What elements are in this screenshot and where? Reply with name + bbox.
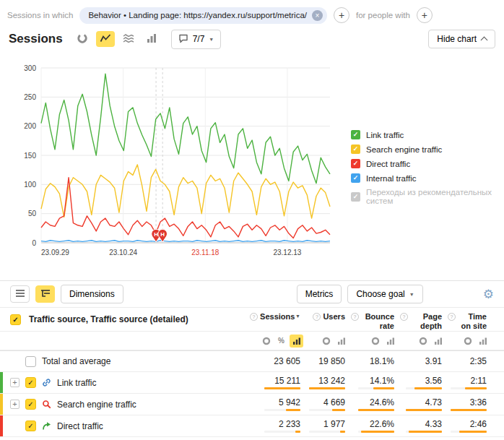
metric-value: 2:46: [470, 419, 487, 429]
column-header-time-on-site[interactable]: ?Time on site: [448, 308, 492, 331]
legend-checkbox[interactable]: ✓: [351, 159, 360, 168]
column-chart-icon: [147, 33, 157, 46]
table-header-row: ✓ Traffic source, Traffic source (detail…: [0, 307, 504, 332]
column-header-page-depth[interactable]: ?Page depth: [400, 308, 448, 331]
settings-gear-icon[interactable]: ⚙: [483, 288, 494, 301]
filter-chip-text: Behavior • Landing page: https://yandex.…: [88, 11, 307, 20]
report-table-section: Dimensions Metrics Choose goal ▼ ⚙ ✓ Tra…: [0, 280, 504, 437]
segments-dropdown[interactable]: 7/7 ▼: [171, 30, 222, 49]
legend-checkbox[interactable]: ✓: [351, 173, 360, 183]
legend-item[interactable]: ✓Переходы из рекомендательных систем: [351, 188, 504, 205]
bars-view-icon[interactable]: [383, 335, 397, 348]
legend-checkbox[interactable]: ✓: [351, 144, 360, 154]
value-bar: [358, 409, 394, 411]
value-bar: [358, 387, 394, 389]
metric-info-icon: ?: [250, 313, 258, 321]
segments-count-label: 7/7: [193, 34, 205, 44]
pie-view-icon[interactable]: [259, 335, 273, 348]
legend-item[interactable]: ✓Direct traffic: [351, 159, 504, 168]
row-name-cell: Total and average: [0, 351, 256, 371]
group-header-label: Traffic source, Traffic source (detailed…: [29, 314, 188, 324]
value-bar: [309, 431, 345, 433]
pie-view-icon[interactable]: [416, 335, 430, 348]
svg-text:300: 300: [24, 64, 36, 72]
row-name-cell: +✓Link traffic: [0, 372, 256, 393]
pie-view-icon[interactable]: [461, 335, 474, 348]
bars-view-icon[interactable]: [290, 335, 303, 348]
table-row[interactable]: Total and average23 60519 85018.1%3.912:…: [0, 350, 504, 372]
row-name-cell: ✓Direct traffic: [0, 415, 256, 436]
add-session-filter-button[interactable]: +: [334, 7, 349, 23]
legend-checkbox[interactable]: ✓: [351, 130, 360, 139]
metric-value: 23 605: [274, 356, 300, 366]
pie-view-icon[interactable]: [368, 335, 382, 348]
row-checkbox[interactable]: ✓: [25, 420, 36, 431]
choose-goal-button[interactable]: Choose goal ▼: [347, 285, 422, 303]
metrics-button[interactable]: Metrics: [297, 285, 342, 303]
table-subheader-row: %: [0, 332, 504, 350]
hide-chart-button[interactable]: Hide chart: [428, 30, 495, 48]
tree-view-button[interactable]: [35, 285, 55, 303]
traffic-sources-chart[interactable]: 05010015020025030023.09.2923.10.2423.11.…: [10, 62, 342, 259]
column-header-users[interactable]: ?Users: [306, 308, 351, 331]
metric-value: 15 211: [274, 376, 300, 386]
add-people-filter-button[interactable]: +: [417, 7, 433, 23]
column-label: Page depth: [410, 312, 442, 331]
legend-label: Search engine traffic: [366, 145, 442, 154]
chevron-up-icon: [481, 37, 488, 44]
row-label: Direct traffic: [57, 421, 103, 431]
expand-button[interactable]: +: [10, 400, 19, 409]
value-bar: [451, 387, 487, 389]
pie-view-icon[interactable]: [319, 335, 333, 348]
pie-chart-type-button[interactable]: [73, 31, 92, 47]
legend-item[interactable]: ✓Link traffic: [351, 130, 504, 139]
metric-view-switcher: [448, 332, 492, 350]
row-label: Search engine traffic: [57, 400, 136, 410]
row-color-stripe: [0, 372, 3, 393]
metric-value: 3.56: [425, 376, 442, 386]
table-row[interactable]: +✓Link traffic15 21113 24214.1%3.562:11: [0, 372, 504, 394]
sort-desc-icon: ▼: [295, 314, 300, 319]
metric-view-switcher: [306, 332, 351, 350]
value-bar: [406, 431, 442, 433]
search-icon: [42, 400, 51, 409]
row-name-cell: +✓Search engine traffic: [0, 394, 256, 415]
chart-legend: ✓Link traffic✓Search engine traffic✓Dire…: [351, 130, 504, 205]
bars-view-icon[interactable]: [334, 335, 348, 348]
bars-view-icon[interactable]: [476, 335, 490, 348]
chart-header-row: Sessions 7/7 ▼ Hide chart: [0, 25, 504, 49]
select-all-checkbox[interactable]: ✓: [10, 314, 21, 325]
legend-item[interactable]: ✓Search engine traffic: [351, 144, 504, 154]
metric-view-switcher: [351, 332, 400, 350]
svg-text:0: 0: [32, 239, 36, 247]
row-checkbox[interactable]: ✓: [25, 399, 36, 410]
legend-checkbox[interactable]: ✓: [351, 192, 360, 202]
metric-value: 14.1%: [370, 376, 394, 386]
table-row[interactable]: ✓Direct traffic2 2331 97722.6%4.332:46: [0, 415, 504, 437]
expand-button[interactable]: +: [10, 378, 19, 387]
flat-list-view-button[interactable]: [10, 285, 30, 303]
filter-chip[interactable]: Behavior • Landing page: https://yandex.…: [79, 7, 327, 24]
metric-value: 4 669: [323, 397, 345, 407]
remove-filter-icon[interactable]: ×: [312, 10, 323, 21]
column-header-bounce-rate[interactable]: ?Bounce rate: [351, 308, 400, 331]
line-chart-type-button[interactable]: [96, 31, 115, 47]
group-header-cell: ✓ Traffic source, Traffic source (detail…: [0, 308, 256, 331]
percent-view-icon[interactable]: %: [274, 335, 288, 348]
chevron-down-icon: ▼: [409, 292, 414, 297]
stacked-area-type-button[interactable]: [119, 31, 138, 47]
table-row[interactable]: +✓Search engine traffic5 9424 66924.6%4.…: [0, 394, 504, 415]
svg-text:100: 100: [24, 181, 36, 189]
metric-value: 2:35: [470, 356, 487, 366]
row-checkbox[interactable]: ✓: [25, 377, 36, 388]
legend-item[interactable]: ✓Internal traffic: [351, 173, 504, 183]
sessions-in-which-label: Sessions in which: [7, 11, 73, 20]
segment-filter-bar: Sessions in which Behavior • Landing pag…: [0, 0, 504, 25]
column-header-sessions[interactable]: ?Sessions▼: [256, 308, 306, 331]
row-checkbox[interactable]: [25, 356, 36, 367]
column-label: Time on site: [458, 312, 487, 331]
dimensions-button[interactable]: Dimensions: [61, 285, 123, 303]
column-chart-type-button[interactable]: [142, 31, 161, 47]
bars-view-icon[interactable]: [431, 335, 445, 348]
metric-value: 1 977: [323, 419, 345, 429]
